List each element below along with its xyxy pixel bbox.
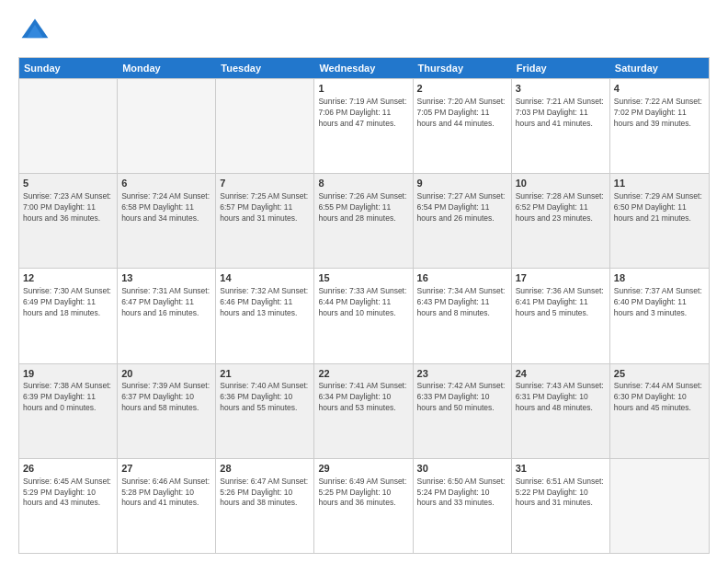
calendar-row-3: 19Sunrise: 7:38 AM Sunset: 6:39 PM Dayli… (19, 363, 709, 458)
day-number: 25 (614, 367, 705, 381)
logo (18, 15, 55, 48)
page: SundayMondayTuesdayWednesdayThursdayFrid… (0, 0, 728, 563)
day-cell-7: 7Sunrise: 7:25 AM Sunset: 6:57 PM Daylig… (216, 174, 314, 268)
day-number: 11 (614, 177, 705, 190)
header-day-saturday: Saturday (610, 58, 709, 78)
empty-cell-0-2 (216, 79, 314, 173)
day-cell-16: 16Sunrise: 7:34 AM Sunset: 6:43 PM Dayli… (414, 269, 512, 362)
cell-info: Sunrise: 7:23 AM Sunset: 7:00 PM Dayligh… (23, 191, 113, 224)
day-number: 18 (614, 271, 705, 285)
cell-info: Sunrise: 7:27 AM Sunset: 6:54 PM Dayligh… (417, 191, 507, 224)
day-number: 14 (220, 271, 310, 285)
cell-info: Sunrise: 6:49 AM Sunset: 5:25 PM Dayligh… (318, 477, 408, 510)
day-number: 7 (220, 177, 310, 190)
cell-info: Sunrise: 6:50 AM Sunset: 5:24 PM Dayligh… (417, 477, 507, 510)
day-number: 13 (121, 271, 211, 285)
day-cell-1: 1Sunrise: 7:19 AM Sunset: 7:06 PM Daylig… (314, 79, 413, 173)
day-cell-24: 24Sunrise: 7:43 AM Sunset: 6:31 PM Dayli… (512, 364, 610, 458)
cell-info: Sunrise: 7:26 AM Sunset: 6:55 PM Dayligh… (318, 191, 408, 224)
cell-info: Sunrise: 6:46 AM Sunset: 5:28 PM Dayligh… (121, 477, 211, 510)
header-day-thursday: Thursday (414, 58, 512, 78)
cell-info: Sunrise: 7:36 AM Sunset: 6:41 PM Dayligh… (516, 286, 606, 319)
header (18, 15, 710, 48)
day-number: 24 (516, 367, 606, 381)
day-number: 10 (516, 177, 606, 190)
calendar: SundayMondayTuesdayWednesdayThursdayFrid… (18, 57, 710, 554)
day-cell-3: 3Sunrise: 7:21 AM Sunset: 7:03 PM Daylig… (512, 79, 610, 173)
cell-info: Sunrise: 7:31 AM Sunset: 6:47 PM Dayligh… (121, 286, 211, 319)
empty-cell-0-0 (19, 79, 118, 173)
day-cell-18: 18Sunrise: 7:37 AM Sunset: 6:40 PM Dayli… (610, 269, 709, 362)
day-cell-20: 20Sunrise: 7:39 AM Sunset: 6:37 PM Dayli… (118, 364, 216, 458)
calendar-header: SundayMondayTuesdayWednesdayThursdayFrid… (19, 58, 709, 78)
day-cell-5: 5Sunrise: 7:23 AM Sunset: 7:00 PM Daylig… (19, 174, 118, 268)
day-number: 6 (121, 177, 211, 190)
day-number: 19 (23, 367, 113, 381)
day-cell-28: 28Sunrise: 6:47 AM Sunset: 5:26 PM Dayli… (216, 459, 314, 553)
cell-info: Sunrise: 7:28 AM Sunset: 6:52 PM Dayligh… (516, 191, 606, 224)
day-number: 15 (318, 271, 408, 285)
day-number: 23 (417, 367, 507, 381)
cell-info: Sunrise: 7:38 AM Sunset: 6:39 PM Dayligh… (23, 381, 113, 414)
cell-info: Sunrise: 7:42 AM Sunset: 6:33 PM Dayligh… (417, 381, 507, 414)
header-day-wednesday: Wednesday (314, 58, 413, 78)
cell-info: Sunrise: 7:25 AM Sunset: 6:57 PM Dayligh… (220, 191, 310, 224)
header-day-monday: Monday (118, 58, 216, 78)
cell-info: Sunrise: 7:37 AM Sunset: 6:40 PM Dayligh… (614, 286, 705, 319)
day-cell-11: 11Sunrise: 7:29 AM Sunset: 6:50 PM Dayli… (610, 174, 709, 268)
cell-info: Sunrise: 7:44 AM Sunset: 6:30 PM Dayligh… (614, 381, 705, 414)
cell-info: Sunrise: 7:20 AM Sunset: 7:05 PM Dayligh… (417, 97, 507, 130)
day-number: 21 (220, 367, 310, 381)
day-cell-9: 9Sunrise: 7:27 AM Sunset: 6:54 PM Daylig… (414, 174, 512, 268)
day-cell-10: 10Sunrise: 7:28 AM Sunset: 6:52 PM Dayli… (512, 174, 610, 268)
day-cell-2: 2Sunrise: 7:20 AM Sunset: 7:05 PM Daylig… (414, 79, 512, 173)
day-number: 5 (23, 177, 113, 190)
day-cell-17: 17Sunrise: 7:36 AM Sunset: 6:41 PM Dayli… (512, 269, 610, 362)
calendar-row-4: 26Sunrise: 6:45 AM Sunset: 5:29 PM Dayli… (19, 458, 709, 553)
day-number: 2 (417, 82, 507, 96)
cell-info: Sunrise: 7:22 AM Sunset: 7:02 PM Dayligh… (614, 97, 705, 130)
day-cell-25: 25Sunrise: 7:44 AM Sunset: 6:30 PM Dayli… (610, 364, 709, 458)
day-cell-29: 29Sunrise: 6:49 AM Sunset: 5:25 PM Dayli… (314, 459, 413, 553)
day-cell-27: 27Sunrise: 6:46 AM Sunset: 5:28 PM Dayli… (118, 459, 216, 553)
day-number: 12 (23, 271, 113, 285)
day-cell-4: 4Sunrise: 7:22 AM Sunset: 7:02 PM Daylig… (610, 79, 709, 173)
day-cell-22: 22Sunrise: 7:41 AM Sunset: 6:34 PM Dayli… (314, 364, 413, 458)
day-number: 31 (516, 462, 606, 476)
cell-info: Sunrise: 7:30 AM Sunset: 6:49 PM Dayligh… (23, 286, 113, 319)
empty-cell-4-6 (610, 459, 709, 553)
cell-info: Sunrise: 6:47 AM Sunset: 5:26 PM Dayligh… (220, 477, 310, 510)
day-number: 20 (121, 367, 211, 381)
day-number: 3 (516, 82, 606, 96)
day-number: 9 (417, 177, 507, 190)
cell-info: Sunrise: 6:51 AM Sunset: 5:22 PM Dayligh… (516, 477, 606, 510)
day-number: 26 (23, 462, 113, 476)
cell-info: Sunrise: 7:43 AM Sunset: 6:31 PM Dayligh… (516, 381, 606, 414)
cell-info: Sunrise: 7:39 AM Sunset: 6:37 PM Dayligh… (121, 381, 211, 414)
calendar-row-0: 1Sunrise: 7:19 AM Sunset: 7:06 PM Daylig… (19, 78, 709, 173)
day-number: 27 (121, 462, 211, 476)
day-number: 16 (417, 271, 507, 285)
cell-info: Sunrise: 7:32 AM Sunset: 6:46 PM Dayligh… (220, 286, 310, 319)
day-cell-8: 8Sunrise: 7:26 AM Sunset: 6:55 PM Daylig… (314, 174, 413, 268)
day-number: 22 (318, 367, 408, 381)
header-day-sunday: Sunday (19, 58, 118, 78)
day-number: 17 (516, 271, 606, 285)
day-cell-15: 15Sunrise: 7:33 AM Sunset: 6:44 PM Dayli… (314, 269, 413, 362)
day-cell-21: 21Sunrise: 7:40 AM Sunset: 6:36 PM Dayli… (216, 364, 314, 458)
day-cell-26: 26Sunrise: 6:45 AM Sunset: 5:29 PM Dayli… (19, 459, 118, 553)
calendar-row-1: 5Sunrise: 7:23 AM Sunset: 7:00 PM Daylig… (19, 173, 709, 268)
day-cell-31: 31Sunrise: 6:51 AM Sunset: 5:22 PM Dayli… (512, 459, 610, 553)
empty-cell-0-1 (118, 79, 216, 173)
day-cell-12: 12Sunrise: 7:30 AM Sunset: 6:49 PM Dayli… (19, 269, 118, 362)
day-cell-6: 6Sunrise: 7:24 AM Sunset: 6:58 PM Daylig… (118, 174, 216, 268)
calendar-body: 1Sunrise: 7:19 AM Sunset: 7:06 PM Daylig… (19, 78, 709, 553)
day-number: 8 (318, 177, 408, 190)
logo-icon (18, 15, 51, 48)
day-cell-19: 19Sunrise: 7:38 AM Sunset: 6:39 PM Dayli… (19, 364, 118, 458)
cell-info: Sunrise: 7:21 AM Sunset: 7:03 PM Dayligh… (516, 97, 606, 130)
cell-info: Sunrise: 7:19 AM Sunset: 7:06 PM Dayligh… (318, 97, 408, 130)
day-number: 30 (417, 462, 507, 476)
calendar-row-2: 12Sunrise: 7:30 AM Sunset: 6:49 PM Dayli… (19, 268, 709, 362)
cell-info: Sunrise: 7:34 AM Sunset: 6:43 PM Dayligh… (417, 286, 507, 319)
